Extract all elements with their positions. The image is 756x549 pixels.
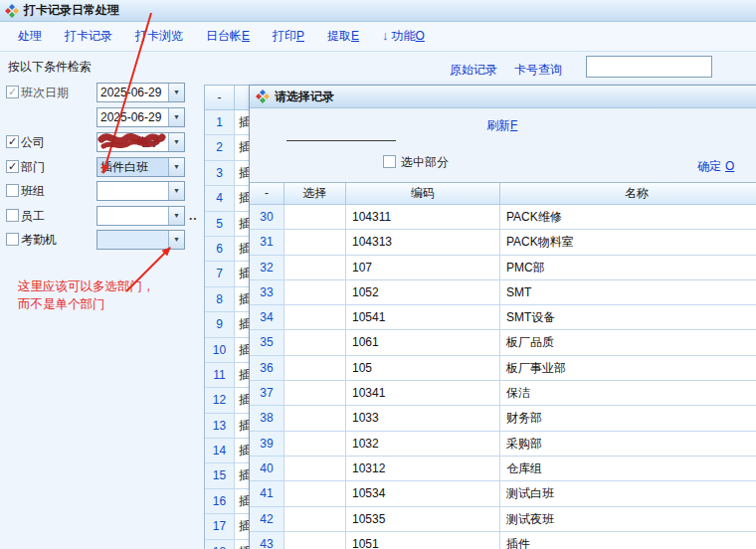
- record-row-number[interactable]: 2: [205, 135, 235, 160]
- row-code-cell[interactable]: 1051: [346, 532, 500, 549]
- row-name-cell[interactable]: 仓库组: [500, 457, 756, 481]
- row-select-cell[interactable]: [284, 256, 346, 280]
- record-row-number[interactable]: 17: [205, 514, 235, 539]
- row-number-cell[interactable]: 36: [250, 356, 284, 381]
- row-code-cell[interactable]: 1052: [346, 280, 500, 305]
- dialog-grid-row[interactable]: 30 104311 PACK维修: [250, 205, 756, 230]
- row-name-cell[interactable]: 插件: [500, 532, 756, 549]
- header-index[interactable]: -: [250, 183, 284, 205]
- machine-checkbox[interactable]: [6, 233, 19, 246]
- row-code-cell[interactable]: 10534: [346, 481, 500, 506]
- header-name[interactable]: 名称: [500, 183, 756, 205]
- dropdown-arrow-icon[interactable]: ▼: [168, 158, 184, 176]
- row-select-cell[interactable]: [284, 381, 346, 406]
- row-number-cell[interactable]: 35: [250, 330, 284, 355]
- row-name-cell[interactable]: PACK维修: [500, 205, 756, 230]
- row-select-cell[interactable]: [284, 230, 346, 255]
- menu-item-process[interactable]: 处理: [18, 28, 42, 45]
- dialog-titlebar[interactable]: 请选择记录: [250, 86, 756, 108]
- record-row-number[interactable]: 3: [205, 161, 235, 186]
- row-number-cell[interactable]: 43: [250, 532, 284, 549]
- row-number-cell[interactable]: 33: [250, 280, 284, 305]
- dialog-grid-row[interactable]: 39 1032 采购部: [250, 432, 756, 457]
- row-name-cell[interactable]: PMC部: [500, 256, 756, 280]
- dialog-grid-row[interactable]: 33 1052 SMT: [250, 280, 756, 305]
- row-select-cell[interactable]: [284, 205, 346, 230]
- record-row-number[interactable]: 5: [205, 212, 235, 237]
- row-select-cell[interactable]: [284, 432, 346, 457]
- row-select-cell[interactable]: [284, 406, 346, 431]
- dialog-grid-row[interactable]: 31 104313 PACK物料室: [250, 230, 756, 255]
- original-records-link[interactable]: 原始记录: [450, 62, 497, 79]
- team-checkbox[interactable]: [6, 184, 19, 197]
- dropdown-arrow-icon[interactable]: ▼: [168, 182, 184, 200]
- menu-item-extract[interactable]: 提取E: [327, 28, 359, 45]
- row-number-cell[interactable]: 38: [250, 406, 284, 431]
- dropdown-arrow-icon[interactable]: ▼: [168, 133, 184, 151]
- employee-checkbox[interactable]: [6, 209, 19, 222]
- row-code-cell[interactable]: 1032: [346, 432, 500, 457]
- date-from-dropdown[interactable]: 2025-06-29 ▼: [96, 83, 185, 102]
- dialog-grid-row[interactable]: 41 10534 测试白班: [250, 481, 756, 506]
- record-row-number[interactable]: 18: [205, 540, 235, 549]
- row-number-cell[interactable]: 31: [250, 230, 284, 255]
- row-code-cell[interactable]: 104311: [346, 205, 500, 230]
- shift-date-checkbox[interactable]: ✓: [6, 86, 19, 98]
- record-row-number[interactable]: 7: [205, 262, 235, 286]
- record-row-number[interactable]: 14: [205, 439, 235, 463]
- dialog-grid-row[interactable]: 34 10541 SMT设备: [250, 305, 756, 330]
- dialog-grid-row[interactable]: 40 10312 仓库组: [250, 457, 756, 481]
- row-code-cell[interactable]: 10341: [346, 381, 500, 406]
- menu-item-print[interactable]: 打印P: [273, 28, 304, 45]
- row-select-cell[interactable]: [284, 280, 346, 305]
- row-number-cell[interactable]: 41: [250, 481, 284, 506]
- menu-item-daily-ledger[interactable]: 日台帐E: [206, 28, 250, 45]
- record-row-number[interactable]: 4: [205, 186, 235, 211]
- record-row-number[interactable]: 11: [205, 363, 235, 388]
- department-checkbox[interactable]: ✓: [6, 160, 19, 173]
- record-row-number[interactable]: 12: [205, 388, 235, 413]
- record-row-number[interactable]: 9: [205, 312, 235, 337]
- dialog-grid-row[interactable]: 36 105 板厂事业部: [250, 356, 756, 381]
- row-name-cell[interactable]: SMT设备: [500, 305, 756, 330]
- row-select-cell[interactable]: [284, 356, 346, 381]
- menu-item-punch-records[interactable]: 打卡记录: [65, 28, 112, 45]
- row-select-cell[interactable]: [284, 457, 346, 481]
- dropdown-arrow-icon[interactable]: ▼: [168, 108, 184, 126]
- row-number-cell[interactable]: 32: [250, 256, 284, 280]
- dropdown-arrow-icon[interactable]: ▼: [168, 84, 184, 101]
- row-code-cell[interactable]: 10535: [346, 507, 500, 532]
- row-number-cell[interactable]: 37: [250, 381, 284, 406]
- partial-select-checkbox[interactable]: [383, 155, 396, 168]
- dialog-grid-row[interactable]: 32 107 PMC部: [250, 256, 756, 280]
- row-name-cell[interactable]: 板厂事业部: [500, 356, 756, 381]
- card-query-input[interactable]: [586, 56, 712, 78]
- row-code-cell[interactable]: 10541: [346, 305, 500, 330]
- record-row-number[interactable]: 8: [205, 287, 235, 312]
- row-name-cell[interactable]: 测试夜班: [500, 507, 756, 532]
- company-checkbox[interactable]: ✓: [6, 135, 19, 148]
- row-code-cell[interactable]: 107: [346, 256, 500, 280]
- row-name-cell[interactable]: PACK物料室: [500, 230, 756, 255]
- record-row-number[interactable]: 16: [205, 489, 235, 514]
- machine-dropdown[interactable]: ▼: [96, 230, 185, 250]
- row-select-cell[interactable]: [284, 507, 346, 532]
- menu-item-functions[interactable]: ↓功能O: [382, 28, 425, 45]
- row-code-cell[interactable]: 1033: [346, 406, 500, 431]
- dropdown-arrow-icon[interactable]: ▼: [168, 231, 184, 249]
- record-row-number[interactable]: 1: [205, 110, 235, 135]
- record-row-number[interactable]: 10: [205, 338, 235, 363]
- row-number-cell[interactable]: 34: [250, 305, 284, 330]
- row-select-cell[interactable]: [284, 330, 346, 355]
- date-to-dropdown[interactable]: 2025-06-29 ▼: [96, 107, 185, 127]
- row-name-cell[interactable]: SMT: [500, 280, 756, 305]
- confirm-link[interactable]: 确定O: [697, 158, 734, 175]
- record-row-number[interactable]: 13: [205, 414, 235, 439]
- card-query-link[interactable]: 卡号查询: [514, 62, 562, 79]
- row-name-cell[interactable]: 采购部: [500, 432, 756, 457]
- dialog-grid-row[interactable]: 42 10535 测试夜班: [250, 507, 756, 532]
- row-number-cell[interactable]: 39: [250, 432, 284, 457]
- row-number-cell[interactable]: 40: [250, 457, 284, 481]
- employee-dropdown[interactable]: ▼: [96, 206, 185, 226]
- row-select-cell[interactable]: [284, 481, 346, 506]
